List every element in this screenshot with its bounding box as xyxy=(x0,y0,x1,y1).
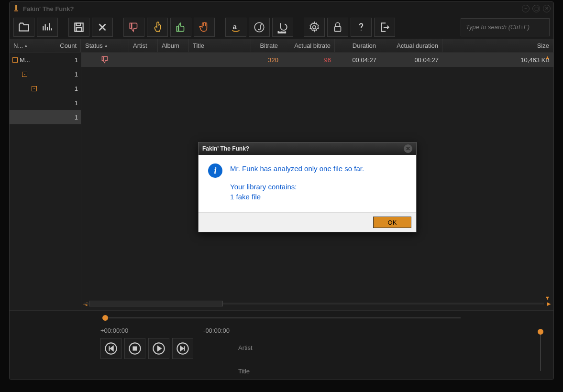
tree-count: 1 xyxy=(66,56,78,64)
scroll-down-icon[interactable]: ▼ xyxy=(545,295,552,301)
info-dialog: Fakin' The Funk? ✕ i Mr. Funk has analyz… xyxy=(198,142,417,232)
svg-rect-4 xyxy=(77,28,82,32)
title-cell xyxy=(189,58,251,62)
hand-button[interactable] xyxy=(194,18,215,37)
svg-rect-1 xyxy=(14,10,18,11)
tree-row[interactable]: 1 xyxy=(10,110,81,124)
toolbar: a beatport xyxy=(10,15,553,39)
svg-text:a: a xyxy=(233,22,237,31)
scroll-right-icon[interactable]: ▶ xyxy=(547,301,551,307)
tree-body: - M... 1 - 1 - 1 1 xyxy=(10,53,81,310)
tree-row[interactable]: 1 xyxy=(10,96,81,110)
dialog-title: Fakin' The Funk? xyxy=(202,145,249,152)
duration-cell: 00:04:27 xyxy=(335,54,380,65)
previous-button[interactable] xyxy=(100,338,121,359)
app-logo-icon xyxy=(12,5,20,12)
maximize-button[interactable]: ▢ xyxy=(532,5,540,12)
col-title[interactable]: Title xyxy=(189,39,251,52)
col-actual-bitrate[interactable]: Actual bitrate xyxy=(282,39,335,52)
dialog-message-2: Your library contains: xyxy=(230,182,364,192)
tree-count: 1 xyxy=(66,99,78,107)
col-status[interactable]: Status▲ xyxy=(81,39,129,52)
slider-thumb-icon[interactable] xyxy=(538,329,543,335)
lock-button[interactable] xyxy=(327,18,348,37)
dialog-message-3: 1 fake file xyxy=(230,192,364,202)
open-folder-button[interactable] xyxy=(13,18,34,37)
stop-button[interactable] xyxy=(124,338,145,359)
artist-cell xyxy=(129,58,158,62)
thumb-down-button[interactable] xyxy=(123,18,144,37)
tree-col-name[interactable]: N...▲ xyxy=(10,39,38,52)
thumb-up-button[interactable] xyxy=(170,18,191,37)
itunes-button[interactable] xyxy=(249,18,270,37)
tree-row[interactable]: - M... 1 xyxy=(10,53,81,67)
close-button[interactable]: ✕ xyxy=(543,5,551,12)
slider-thumb-icon[interactable] xyxy=(102,315,108,321)
svg-rect-0 xyxy=(15,5,17,10)
app-window: Fakin' The Funk? – ▢ ✕ a beatport xyxy=(9,1,554,380)
actual-duration-cell: 00:04:27 xyxy=(380,54,442,65)
collapse-icon[interactable]: - xyxy=(22,72,27,77)
save-button[interactable] xyxy=(68,18,89,37)
tree-count: 1 xyxy=(66,85,78,92)
svg-rect-3 xyxy=(77,23,81,25)
album-cell xyxy=(158,58,189,62)
svg-point-8 xyxy=(313,25,316,29)
vertical-scrollbar[interactable]: ▲ ▼ xyxy=(545,54,552,301)
search-input[interactable] xyxy=(461,18,550,36)
horizontal-scrollbar[interactable]: ◀ ▶ xyxy=(84,301,544,307)
dialog-message-1: Mr. Funk has analyzed only one file so f… xyxy=(230,163,364,174)
svg-rect-9 xyxy=(335,26,341,31)
col-bitrate[interactable]: Bitrate xyxy=(251,39,282,52)
player-panel: +00:00:00 -00:00:00 Artist Title xyxy=(10,311,553,380)
tree-header: N...▲ Count xyxy=(10,39,81,53)
grid-row[interactable]: 320 96 00:04:27 00:04:27 10,463 KB xyxy=(81,53,553,67)
play-button[interactable] xyxy=(148,338,169,359)
bitrate-cell: 320 xyxy=(251,54,282,65)
titlebar: Fakin' The Funk? – ▢ ✕ xyxy=(10,2,553,15)
scroll-up-icon[interactable]: ▲ xyxy=(545,54,552,60)
remaining-time: -00:00:00 xyxy=(203,327,230,334)
collapse-icon[interactable]: - xyxy=(32,86,37,91)
volume-slider[interactable] xyxy=(534,324,549,376)
col-duration[interactable]: Duration xyxy=(335,39,380,52)
actual-bitrate-cell: 96 xyxy=(282,54,335,65)
amazon-button[interactable]: a xyxy=(225,18,246,37)
tree-row[interactable]: - 1 xyxy=(10,81,81,96)
collapse-icon[interactable]: - xyxy=(12,57,18,63)
svg-point-6 xyxy=(254,22,264,32)
help-button[interactable] xyxy=(351,18,372,37)
col-album[interactable]: Album xyxy=(158,39,189,52)
svg-rect-12 xyxy=(133,347,137,350)
col-actual-duration[interactable]: Actual duration xyxy=(380,39,442,52)
dialog-titlebar[interactable]: Fakin' The Funk? ✕ xyxy=(199,142,416,155)
tree-col-count[interactable]: Count xyxy=(38,39,81,52)
tree-row[interactable]: - 1 xyxy=(10,67,81,81)
status-cell xyxy=(81,53,129,66)
size-cell: 10,463 KB xyxy=(442,54,553,65)
delete-button[interactable] xyxy=(92,18,113,37)
player-title-label: Title xyxy=(238,368,534,375)
exit-button[interactable] xyxy=(374,18,395,37)
minimize-button[interactable]: – xyxy=(522,5,530,12)
col-size[interactable]: Size xyxy=(442,39,553,52)
spectrum-button[interactable] xyxy=(37,18,58,37)
tree-label: M... xyxy=(20,56,66,64)
ok-button[interactable]: OK xyxy=(373,217,411,228)
info-icon: i xyxy=(208,163,222,178)
grid-header: Status▲ Artist Album Title Bitrate Actua… xyxy=(81,39,553,53)
thumb-down-icon xyxy=(100,55,110,65)
beatport-button[interactable]: beatport xyxy=(272,18,293,37)
point-button[interactable] xyxy=(147,18,168,37)
tree-count: 1 xyxy=(66,71,78,78)
progress-slider[interactable] xyxy=(102,315,461,321)
scrollbar-thumb[interactable] xyxy=(89,301,223,306)
next-button[interactable] xyxy=(172,338,193,359)
dialog-close-button[interactable]: ✕ xyxy=(404,144,412,153)
player-artist-label: Artist xyxy=(238,344,534,351)
col-artist[interactable]: Artist xyxy=(129,39,158,52)
window-title: Fakin' The Funk? xyxy=(23,5,74,12)
tree-pane: N...▲ Count - M... 1 - 1 - 1 xyxy=(10,39,81,310)
settings-button[interactable] xyxy=(304,18,325,37)
elapsed-time: +00:00:00 xyxy=(100,327,128,334)
